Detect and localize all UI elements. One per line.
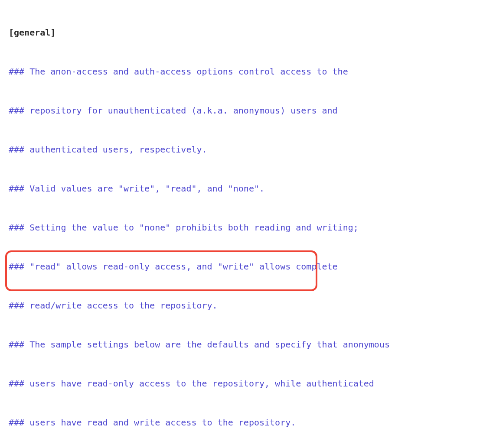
comment-line: ### authenticated users, respectively. bbox=[9, 144, 207, 155]
comment-line: ### The anon-access and auth-access opti… bbox=[9, 66, 348, 77]
comment-line: ### users have read and write access to … bbox=[9, 417, 296, 428]
section-header: [general] bbox=[9, 27, 55, 38]
comment-line: ### The sample settings below are the de… bbox=[9, 339, 390, 350]
comment-line: ### "read" allows read-only access, and … bbox=[9, 261, 338, 272]
comment-line: ### repository for unauthenticated (a.k.… bbox=[9, 105, 338, 116]
comment-line: ### Setting the value to "none" prohibit… bbox=[9, 222, 359, 233]
comment-line: ### Valid values are "write", "read", an… bbox=[9, 183, 264, 194]
comment-line: ### read/write access to the repository. bbox=[9, 300, 218, 311]
comment-line: ### users have read-only access to the r… bbox=[9, 378, 374, 389]
config-code-block: [general] ### The anon-access and auth-a… bbox=[0, 0, 483, 448]
